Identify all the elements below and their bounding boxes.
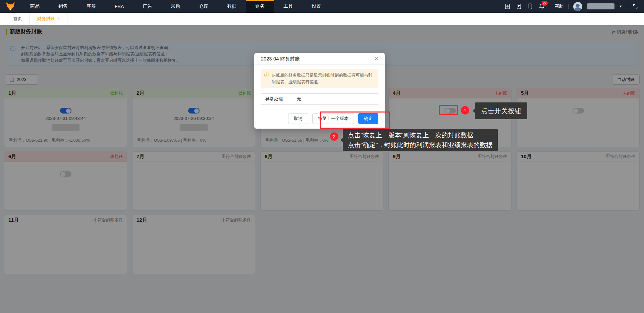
step1-tooltip: 点击开关按钮 — [475, 102, 527, 119]
top-navbar: 商品销售客服FBA广告采购仓库数据财务工具设置 27 帮助 ▼ — [0, 0, 644, 13]
nav-item-客服[interactable]: 客服 — [77, 0, 105, 13]
tooltip-arrow — [340, 138, 343, 142]
user-avatar[interactable] — [573, 2, 582, 11]
tab-home[interactable]: 首页 — [6, 13, 30, 25]
nav-item-工具[interactable]: 工具 — [274, 0, 302, 13]
step2-tooltip-line1: 点击"恢复上一版本"则恢复上一次的封账数据 — [348, 130, 493, 140]
nav-item-数据[interactable]: 数据 — [218, 0, 246, 13]
tab-label: 财务封账 — [37, 16, 55, 22]
close-icon[interactable]: × — [57, 16, 60, 21]
exception-field-label: 异常处理 — [261, 94, 292, 104]
tab-bar: 首页 财务封账 × — [0, 13, 644, 25]
bell-icon[interactable]: 27 — [538, 3, 545, 10]
cancel-button[interactable]: 取消 — [288, 113, 308, 124]
fullscreen-icon[interactable] — [632, 3, 639, 10]
divider — [627, 4, 627, 9]
nav-item-FBA[interactable]: FBA — [105, 0, 133, 13]
tooltip-arrow — [473, 108, 475, 113]
nav-item-商品[interactable]: 商品 — [21, 0, 49, 13]
close-icon[interactable]: ✕ — [374, 56, 378, 62]
warning-banner: i 封账后的财务数据只是显示封账时刻的数据有可能与利润报表、业绩报表有偏差 — [261, 69, 378, 88]
warning-text: 封账后的财务数据只是显示封账时刻的数据有可能与利润报表、业绩报表有偏差 — [272, 72, 375, 85]
step2-marker: 2 — [330, 132, 338, 141]
step2-tooltip-line2: 点击"确定"，封账此时的利润报表和业绩报表的数据 — [348, 140, 493, 150]
divider — [568, 4, 569, 9]
nav-item-销售[interactable]: 销售 — [49, 0, 77, 13]
warning-icon: i — [264, 73, 269, 77]
username-redacted — [587, 3, 614, 9]
modal-header: 2023-04 财务封账 ✕ — [254, 53, 385, 65]
nav-item-设置[interactable]: 设置 — [302, 0, 330, 13]
step1-marker: 1 — [461, 106, 469, 115]
fox-logo-icon — [5, 2, 15, 11]
clipboard-add-icon[interactable] — [516, 3, 522, 10]
divider — [550, 4, 550, 9]
modal-title: 2023-04 财务封账 — [261, 56, 300, 62]
nav-item-仓库[interactable]: 仓库 — [190, 0, 218, 13]
notification-badge: 27 — [542, 1, 548, 6]
nav-item-广告[interactable]: 广告 — [133, 0, 161, 13]
app-logo[interactable] — [0, 0, 21, 13]
help-link[interactable]: 帮助 — [555, 3, 564, 9]
main-menu: 商品销售客服FBA广告采购仓库数据财务工具设置 — [21, 0, 330, 13]
step1-highlight-rect — [439, 105, 458, 115]
nav-item-财务[interactable]: 财务 — [246, 0, 274, 13]
nav-item-采购[interactable]: 采购 — [161, 0, 190, 13]
chevron-down-icon[interactable]: ▼ — [619, 5, 622, 8]
step1-tooltip-text: 点击开关按钮 — [481, 106, 521, 116]
exception-field-value[interactable]: 无 — [292, 94, 378, 104]
mobile-icon[interactable] — [527, 3, 534, 10]
tab-finance-closing[interactable]: 财务封账 × — [30, 13, 67, 25]
exception-field-row: 异常处理 无 — [261, 93, 378, 105]
download-icon[interactable] — [504, 3, 511, 10]
step2-highlight-rect — [320, 111, 390, 129]
step2-tooltip: 点击"恢复上一版本"则恢复上一次的封账数据 点击"确定"，封账此时的利润报表和业… — [343, 129, 498, 151]
